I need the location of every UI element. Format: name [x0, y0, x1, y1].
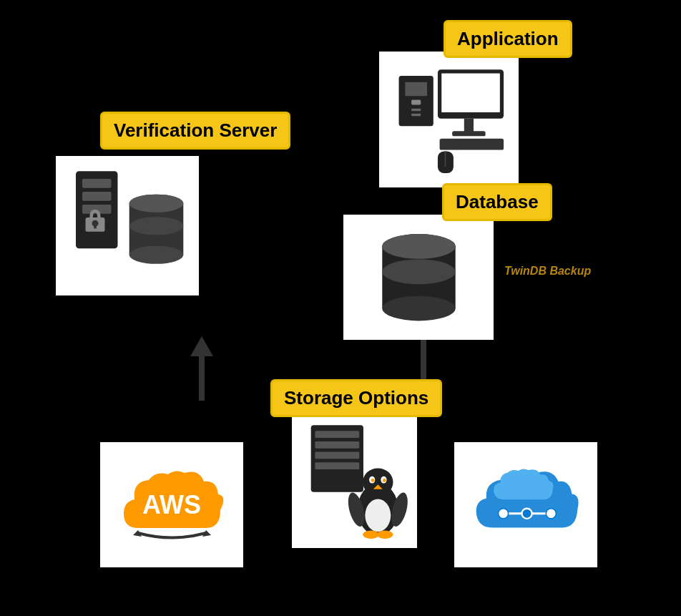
- application-icon: [386, 59, 512, 181]
- aws-icon-box: AWS: [100, 442, 243, 567]
- storage-server-icon-box: [292, 412, 417, 548]
- svg-point-42: [363, 530, 379, 538]
- svg-rect-31: [315, 441, 359, 448]
- svg-rect-9: [439, 138, 504, 150]
- svg-point-16: [382, 234, 455, 259]
- svg-rect-23: [94, 223, 97, 228]
- database-icon-box: [343, 215, 494, 340]
- svg-rect-18: [82, 179, 112, 188]
- svg-rect-33: [315, 462, 359, 469]
- svg-point-27: [129, 217, 184, 235]
- svg-point-49: [499, 508, 509, 518]
- database-label: Database: [442, 183, 552, 221]
- application-label: Application: [444, 20, 572, 58]
- svg-point-51: [546, 508, 556, 518]
- verification-server-icon-box: [56, 156, 199, 295]
- svg-rect-8: [452, 131, 486, 136]
- svg-point-35: [365, 499, 391, 532]
- svg-point-26: [129, 245, 184, 263]
- svg-point-36: [363, 468, 393, 496]
- verification-server-label: Verification Server: [100, 112, 290, 150]
- svg-rect-2: [411, 99, 421, 104]
- svg-point-15: [382, 259, 455, 284]
- svg-point-28: [129, 194, 184, 212]
- azure-cloud-icon: [469, 466, 583, 544]
- svg-rect-4: [411, 113, 421, 116]
- arrow-storage-to-verification: [187, 336, 216, 401]
- svg-point-50: [522, 508, 532, 518]
- svg-rect-3: [411, 108, 421, 111]
- svg-point-40: [383, 479, 386, 482]
- aws-text: AWS: [142, 490, 201, 520]
- svg-rect-6: [441, 73, 500, 112]
- diagram-container: Application Database: [0, 0, 681, 616]
- azure-icon-box: [454, 442, 597, 567]
- linux-server-icon: [298, 419, 411, 542]
- application-icon-box: [379, 52, 519, 187]
- twindb-backup-text: TwinDB Backup: [504, 265, 591, 278]
- svg-rect-30: [315, 431, 359, 438]
- aws-cloud-graphic: AWS: [117, 467, 227, 542]
- svg-marker-55: [190, 336, 213, 356]
- svg-rect-32: [315, 451, 359, 459]
- svg-point-14: [382, 295, 455, 321]
- storage-options-label: Storage Options: [270, 379, 442, 417]
- svg-rect-1: [405, 82, 427, 95]
- verification-server-icon: [63, 163, 192, 289]
- database-icon: [351, 221, 486, 334]
- svg-rect-19: [82, 192, 112, 201]
- svg-rect-7: [464, 118, 474, 132]
- svg-point-39: [371, 479, 374, 482]
- svg-point-43: [376, 530, 393, 538]
